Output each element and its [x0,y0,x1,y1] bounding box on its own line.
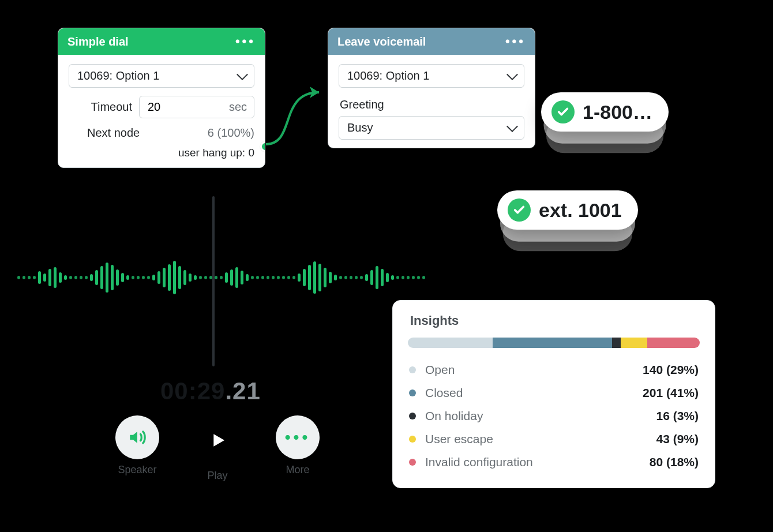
legend-name: Invalid configuration [425,455,533,469]
legend-row: User escape43 (9%) [408,428,700,451]
node-header[interactable]: Leave voicemail ••• [328,28,535,55]
check-icon [551,100,575,123]
timer-mmss: 00:29 [160,377,225,404]
node-header[interactable]: Simple dial ••• [58,28,265,55]
insights-card: Insights Open140 (29%)Closed201 (41%)On … [392,300,715,488]
check-icon [508,198,531,222]
ext-pill-stack: ext. 1001 ext. 1001 ext. 1001 [497,190,638,230]
more-icon[interactable]: ••• [235,34,256,49]
timeout-label: Timeout [69,100,132,114]
legend-name: Closed [425,386,463,400]
play-icon [208,431,227,449]
next-node-value: 6 (100%) [208,126,254,140]
voicemail-node[interactable]: Leave voicemail ••• 10069: Option 1 Gree… [328,28,535,148]
node-title: Simple dial [67,35,129,48]
play-label: Play [207,470,227,482]
legend-value: 140 (29%) [643,363,699,377]
option-select[interactable]: 10069: Option 1 [339,64,524,88]
timer-ms: .21 [225,377,260,404]
greeting-select[interactable]: Busy [339,116,524,140]
bar-segment [612,338,621,348]
timeout-unit: sec [229,100,247,114]
bar-segment [493,338,612,348]
bar-segment [408,338,493,348]
speaker-icon [127,428,147,447]
play-button[interactable] [193,415,242,465]
speaker-label: Speaker [118,464,156,476]
number-pill[interactable]: 1-800… [541,92,669,132]
speaker-button[interactable] [115,415,159,459]
legend-value: 43 (9%) [656,432,699,446]
legend-row: Open140 (29%) [408,358,700,381]
legend-value: 201 (41%) [643,386,699,400]
waveform[interactable] [17,252,427,304]
pill-text: 1-800… [583,101,652,123]
legend-row: On holiday16 (3%) [408,404,700,428]
option-value: 10069: Option 1 [69,64,254,88]
player-controls: Speaker Play ••• More [115,415,320,482]
timer: 00:29.21 [160,377,261,405]
legend-swatch [409,366,416,373]
more-label: More [286,464,309,476]
legend-swatch [409,413,416,419]
number-pill-stack: 1-800… 1-800… 1-800… [541,92,669,132]
ext-pill[interactable]: ext. 1001 [497,190,638,230]
bar-segment [621,338,647,348]
insights-title: Insights [410,313,700,328]
more-icon: ••• [285,428,310,447]
next-node-label: Next node [69,126,140,140]
option-select[interactable]: 10069: Option 1 [69,64,254,88]
legend-name: User escape [425,432,493,446]
timeout-value[interactable] [147,100,181,114]
legend-name: On holiday [425,409,483,423]
legend-row: Invalid configuration80 (18%) [408,451,700,474]
more-button[interactable]: ••• [276,415,320,459]
bar-segment [647,338,700,348]
legend-row: Closed201 (41%) [408,381,700,404]
insights-bar [408,338,700,348]
simple-dial-node[interactable]: Simple dial ••• 10069: Option 1 Timeout … [58,28,265,168]
flow-arrow-icon [261,75,331,156]
hangup-text: user hang up: 0 [69,147,254,159]
node-title: Leave voicemail [337,35,426,48]
legend-swatch [409,459,416,466]
timeout-input[interactable]: sec [139,96,254,118]
greeting-value: Busy [339,116,524,140]
option-value: 10069: Option 1 [339,64,524,88]
pill-text: ext. 1001 [539,199,622,222]
more-icon[interactable]: ••• [505,34,526,49]
insights-legend: Open140 (29%)Closed201 (41%)On holiday16… [408,358,700,474]
legend-value: 80 (18%) [650,455,699,469]
legend-swatch [409,389,416,396]
legend-swatch [409,436,416,443]
legend-value: 16 (3%) [656,409,699,423]
greeting-label: Greeting [340,98,524,111]
legend-name: Open [425,363,455,377]
